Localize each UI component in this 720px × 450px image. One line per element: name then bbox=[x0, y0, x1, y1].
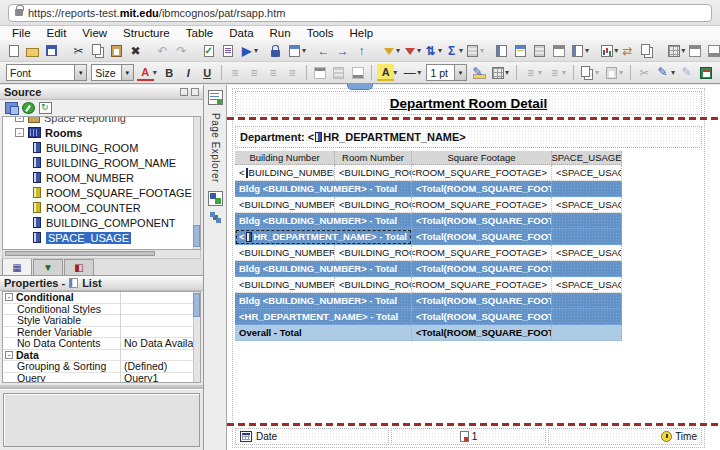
footer-date-block[interactable]: Date bbox=[235, 428, 389, 445]
scroll-thumb[interactable] bbox=[5, 251, 155, 256]
condition-explorer-icon[interactable] bbox=[208, 210, 223, 225]
menu-run[interactable]: Run bbox=[262, 27, 299, 39]
total-value-cell[interactable]: <Total(ROOM_SQUARE_FOOTAGE)> bbox=[412, 325, 552, 341]
collapse-icon[interactable]: - bbox=[5, 351, 13, 359]
query-explorer-icon[interactable] bbox=[208, 191, 223, 206]
suppress-button[interactable] bbox=[401, 42, 418, 59]
background-color-button[interactable]: A bbox=[377, 64, 394, 81]
insert-table-button[interactable] bbox=[665, 42, 682, 59]
menu-tools[interactable]: Tools bbox=[299, 27, 342, 39]
cell-room-number[interactable]: <BUILDING_ROOM> bbox=[335, 165, 412, 181]
filter-button[interactable] bbox=[380, 42, 397, 59]
summarize-dropdown[interactable]: ▾ bbox=[459, 46, 463, 55]
line-style-dropdown[interactable]: ▾ bbox=[417, 68, 424, 77]
section-button[interactable] bbox=[464, 42, 481, 59]
pane-minimize-button[interactable]: _ bbox=[180, 88, 188, 96]
address-input[interactable]: https://reports-test.mit.edu/ibmcognos/p… bbox=[8, 4, 712, 22]
department-text-block[interactable]: Department: <HR_DEPARTMENT_NAME> bbox=[235, 126, 702, 148]
column-header[interactable]: Square Footage bbox=[412, 151, 552, 165]
sort-dropdown[interactable]: ▾ bbox=[438, 46, 442, 55]
total-empty-cell[interactable] bbox=[552, 325, 622, 341]
menu-view[interactable]: View bbox=[74, 27, 115, 39]
delete-button[interactable]: ✖ bbox=[127, 42, 144, 59]
page-explorer-label[interactable]: Page Explorer bbox=[210, 113, 221, 183]
total-value-cell[interactable]: <Total(ROOM_SQUARE_FOOTAGE)> bbox=[412, 293, 552, 309]
forward-button[interactable]: → bbox=[334, 42, 351, 59]
underline-button[interactable]: U bbox=[199, 64, 216, 81]
line-style-button[interactable]: — bbox=[401, 64, 418, 81]
cell-building-number[interactable]: <BUILDING_NUMBER> bbox=[235, 245, 335, 261]
copy-style-button[interactable] bbox=[603, 64, 620, 81]
size-select[interactable]: Size▾ bbox=[91, 64, 133, 81]
insert-singleton-button[interactable] bbox=[569, 42, 586, 59]
copy-object-button[interactable] bbox=[638, 42, 655, 59]
cell-room-number[interactable]: <BUILDING_ROOM> bbox=[335, 197, 412, 213]
collapse-icon[interactable]: - bbox=[15, 116, 24, 122]
total-empty-cell[interactable] bbox=[552, 181, 622, 197]
vertical-align-middle-button[interactable] bbox=[330, 64, 347, 81]
font-color-button[interactable]: A bbox=[137, 64, 154, 81]
borders-dropdown[interactable]: ▾ bbox=[505, 68, 512, 77]
bold-button[interactable]: B bbox=[161, 64, 178, 81]
cell-space-usage[interactable]: <SPACE_USAGE> bbox=[552, 277, 622, 293]
align-center-button[interactable]: ≡ bbox=[246, 64, 263, 81]
apply-style-button[interactable] bbox=[655, 64, 672, 81]
total-label-cell[interactable]: Overall - Total bbox=[235, 325, 412, 341]
properties-vertical-scrollbar[interactable] bbox=[193, 292, 200, 382]
reapply-style-button[interactable] bbox=[679, 64, 696, 81]
total-value-cell[interactable]: <Total(ROOM_SQUARE_FOOTAGE)> bbox=[412, 213, 552, 229]
cell-square-footage[interactable]: <ROOM_SQUARE_FOOTAGE> bbox=[412, 277, 552, 293]
view-specification-button[interactable] bbox=[219, 42, 236, 59]
conditional-styles-button[interactable] bbox=[698, 64, 715, 81]
menu-data[interactable]: Data bbox=[221, 27, 261, 39]
total-empty-cell[interactable] bbox=[552, 229, 622, 245]
tree-item-building_room[interactable]: BUILDING_ROOM bbox=[3, 140, 200, 155]
font-select[interactable]: Font▾ bbox=[6, 64, 87, 81]
pane-divider[interactable] bbox=[0, 385, 203, 390]
cell-space-usage[interactable]: <SPACE_USAGE> bbox=[552, 245, 622, 261]
menu-table[interactable]: Table bbox=[178, 27, 222, 39]
back-button[interactable]: ← bbox=[315, 42, 332, 59]
align-justify-button[interactable]: ≡ bbox=[284, 64, 301, 81]
chart-dropdown[interactable]: ▾ bbox=[614, 46, 618, 55]
numbered-list-button[interactable]: ≡ bbox=[546, 64, 563, 81]
lock-objects-button[interactable] bbox=[267, 42, 284, 59]
column-header[interactable]: Room Number bbox=[335, 151, 412, 165]
scroll-thumb[interactable] bbox=[193, 293, 200, 317]
size-select-dropdown[interactable]: ▾ bbox=[121, 65, 133, 80]
pane-float-button[interactable] bbox=[191, 88, 199, 96]
numbered-list-dropdown[interactable]: ▾ bbox=[562, 68, 569, 77]
tree-horizontal-scrollbar[interactable] bbox=[2, 250, 201, 259]
footers-button[interactable] bbox=[705, 42, 720, 59]
footer-time-block[interactable]: Time bbox=[548, 428, 702, 445]
cell-room-number[interactable]: <BUILDING_ROOM> bbox=[335, 245, 412, 261]
report-title-block[interactable]: Department Room Detail bbox=[235, 91, 702, 115]
tree-item-package[interactable]: - Space Reporting bbox=[3, 116, 200, 125]
copy-style-dropdown[interactable]: ▾ bbox=[619, 68, 626, 77]
tree-item-room_number[interactable]: ROOM_NUMBER bbox=[3, 170, 200, 185]
headers-button[interactable] bbox=[686, 42, 703, 59]
bullet-list-button[interactable]: ≡ bbox=[522, 64, 539, 81]
open-button[interactable] bbox=[24, 42, 41, 59]
edit-package-icon[interactable] bbox=[22, 102, 35, 114]
undo-button[interactable]: ↶ bbox=[154, 42, 171, 59]
column-header[interactable]: SPACE_USAGE bbox=[552, 151, 622, 165]
total-empty-cell[interactable] bbox=[552, 309, 622, 325]
font-color-dropdown[interactable]: ▾ bbox=[153, 68, 160, 77]
insert-table-dropdown[interactable]: ▾ bbox=[681, 46, 685, 55]
tree-item-space_usage[interactable]: SPACE_USAGE bbox=[3, 230, 200, 245]
tree-item-rooms[interactable]: - Rooms bbox=[3, 125, 200, 140]
total-empty-cell[interactable] bbox=[552, 213, 622, 229]
total-value-cell[interactable]: <Total(ROOM_SQUARE_FOOTAGE)> bbox=[412, 229, 552, 245]
report-page[interactable]: Department Room Detail Department: <HR_D… bbox=[232, 88, 705, 448]
insert-list-button[interactable] bbox=[493, 42, 510, 59]
menu-help[interactable]: Help bbox=[342, 27, 382, 39]
collapse-icon[interactable]: - bbox=[5, 293, 13, 301]
suppress-dropdown[interactable]: ▾ bbox=[417, 46, 421, 55]
redo-button[interactable]: ↷ bbox=[173, 42, 190, 59]
total-label-cell[interactable]: Bldg <BUILDING_NUMBER> - Total bbox=[235, 181, 412, 197]
font-select-dropdown[interactable]: ▾ bbox=[74, 65, 86, 80]
column-header[interactable]: Building Number bbox=[235, 151, 335, 165]
line-width-select[interactable]: 1 pt▾ bbox=[426, 64, 467, 81]
cell-square-footage[interactable]: <ROOM_SQUARE_FOOTAGE> bbox=[412, 165, 552, 181]
